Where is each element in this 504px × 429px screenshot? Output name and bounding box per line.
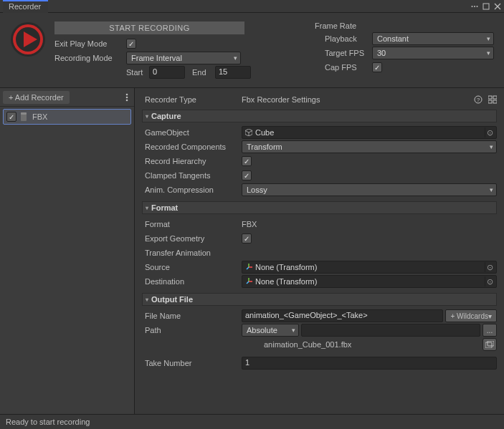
- recorder-enabled-checkbox[interactable]: ✓: [6, 112, 16, 122]
- recorder-item-label: FBX: [32, 112, 47, 121]
- transform-icon: [245, 264, 252, 271]
- object-picker-icon[interactable]: ⊙: [485, 127, 495, 138]
- capture-section-header[interactable]: Capture: [142, 110, 497, 122]
- recorder-type-value: Fbx Recorder Settings: [242, 95, 474, 104]
- cap-fps-checkbox[interactable]: ✓: [372, 62, 382, 72]
- svg-rect-31: [485, 342, 492, 348]
- svg-point-1: [474, 6, 475, 7]
- file-name-label: File Name: [145, 312, 242, 320]
- reveal-in-finder-button[interactable]: [482, 338, 497, 351]
- recorded-components-dropdown[interactable]: Transform: [242, 140, 497, 153]
- gameobject-label: GameObject: [145, 128, 242, 137]
- record-button[interactable]: [10, 21, 46, 57]
- clamped-tangents-checkbox[interactable]: ✓: [242, 170, 252, 180]
- svg-rect-18: [493, 96, 497, 99]
- start-recording-button[interactable]: START RECORDING: [54, 21, 244, 34]
- take-number-input[interactable]: 1: [242, 357, 497, 370]
- format-value: FBX: [242, 220, 257, 228]
- svg-rect-3: [483, 4, 489, 9]
- record-hierarchy-label: Record Hierarchy: [145, 157, 242, 165]
- record-hierarchy-checkbox[interactable]: ✓: [242, 156, 252, 166]
- export-geometry-checkbox[interactable]: ✓: [242, 233, 252, 244]
- object-picker-icon[interactable]: ⊙: [485, 276, 495, 286]
- exit-play-mode-label: Exit Play Mode: [54, 39, 126, 48]
- recorded-components-label: Recorded Components: [145, 143, 242, 151]
- svg-line-27: [247, 267, 249, 269]
- add-recorder-button[interactable]: + Add Recorder: [3, 91, 70, 104]
- anim-compression-dropdown[interactable]: Lossy: [242, 183, 497, 196]
- start-frame-input[interactable]: 0: [149, 66, 185, 79]
- main-panel: Recorder Type Fbx Recorder Settings ? Ca…: [135, 88, 504, 414]
- svg-rect-19: [488, 100, 492, 103]
- svg-line-30: [247, 281, 249, 284]
- sidebar: + Add Recorder ✓ FBX: [0, 88, 135, 414]
- path-label: Path: [145, 326, 242, 334]
- cap-fps-label: Cap FPS: [315, 63, 372, 72]
- target-fps-dropdown[interactable]: 30: [372, 47, 494, 59]
- object-picker-icon[interactable]: ⊙: [485, 262, 495, 272]
- svg-point-11: [126, 96, 128, 98]
- browse-button[interactable]: ...: [482, 324, 497, 337]
- svg-point-12: [126, 99, 128, 101]
- recording-mode-label: Recording Mode: [54, 54, 126, 62]
- svg-line-22: [245, 131, 249, 133]
- fbx-file-icon: [20, 112, 29, 121]
- title-bar: Recorder: [0, 0, 504, 13]
- generated-filename: animation_Cube_001.fbx: [264, 340, 351, 349]
- maximize-icon[interactable]: [482, 3, 490, 10]
- tab-label: Recorder: [9, 2, 41, 11]
- recording-mode-dropdown[interactable]: Frame Interval: [126, 52, 241, 64]
- output-file-section-header[interactable]: Output File: [142, 293, 497, 306]
- svg-rect-17: [488, 96, 492, 99]
- playback-label: Playback: [315, 34, 372, 43]
- svg-rect-14: [21, 112, 27, 115]
- recorder-tab[interactable]: Recorder: [3, 0, 48, 13]
- source-field[interactable]: None (Transform) ⊙: [242, 261, 497, 274]
- status-bar: Ready to start recording: [0, 414, 504, 429]
- format-section-header[interactable]: Format: [142, 201, 497, 214]
- file-name-input[interactable]: animation_<GameObject>_<Take>: [242, 309, 443, 322]
- transfer-animation-label: Transfer Animation: [145, 249, 242, 257]
- context-menu-icon[interactable]: [471, 3, 478, 10]
- gameobject-field[interactable]: Cube ⊙: [242, 126, 497, 139]
- recorder-list-menu-icon[interactable]: [123, 92, 131, 103]
- help-icon[interactable]: ?: [474, 95, 482, 104]
- playback-dropdown[interactable]: Constant: [372, 32, 494, 45]
- path-dropdown[interactable]: Absolute: [242, 324, 299, 337]
- status-text: Ready to start recording: [6, 418, 90, 426]
- svg-point-10: [126, 93, 128, 95]
- transform-icon: [245, 278, 252, 285]
- clamped-tangents-label: Clamped Tangents: [145, 171, 242, 180]
- recorder-type-label: Recorder Type: [145, 95, 242, 104]
- svg-point-0: [472, 6, 473, 7]
- recorder-list-item[interactable]: ✓ FBX: [3, 109, 131, 125]
- svg-rect-32: [488, 341, 494, 346]
- path-input[interactable]: [301, 324, 480, 337]
- svg-rect-20: [493, 100, 497, 103]
- svg-line-23: [249, 131, 252, 133]
- cube-icon: [245, 129, 252, 136]
- svg-text:?: ?: [477, 97, 480, 103]
- format-label: Format: [145, 220, 242, 228]
- end-frame-input[interactable]: 15: [215, 66, 251, 79]
- anim-compression-label: Anim. Compression: [145, 185, 242, 194]
- top-panel: START RECORDING Exit Play Mode ✓ Recordi…: [0, 13, 504, 88]
- exit-play-mode-checkbox[interactable]: ✓: [126, 39, 136, 49]
- target-fps-label: Target FPS: [315, 49, 372, 57]
- export-geometry-label: Export Geometry: [145, 234, 242, 243]
- destination-field[interactable]: None (Transform) ⊙: [242, 275, 497, 288]
- svg-point-2: [477, 6, 478, 7]
- destination-label: Destination: [145, 277, 242, 286]
- end-label: End: [192, 68, 214, 77]
- frame-rate-heading: Frame Rate: [315, 21, 494, 30]
- preset-icon[interactable]: [488, 95, 497, 104]
- source-label: Source: [145, 263, 242, 271]
- take-number-label: Take Number: [145, 359, 242, 367]
- start-label: Start: [126, 68, 148, 77]
- wildcards-button[interactable]: + Wildcards ▾: [445, 309, 497, 322]
- close-icon[interactable]: [494, 3, 501, 10]
